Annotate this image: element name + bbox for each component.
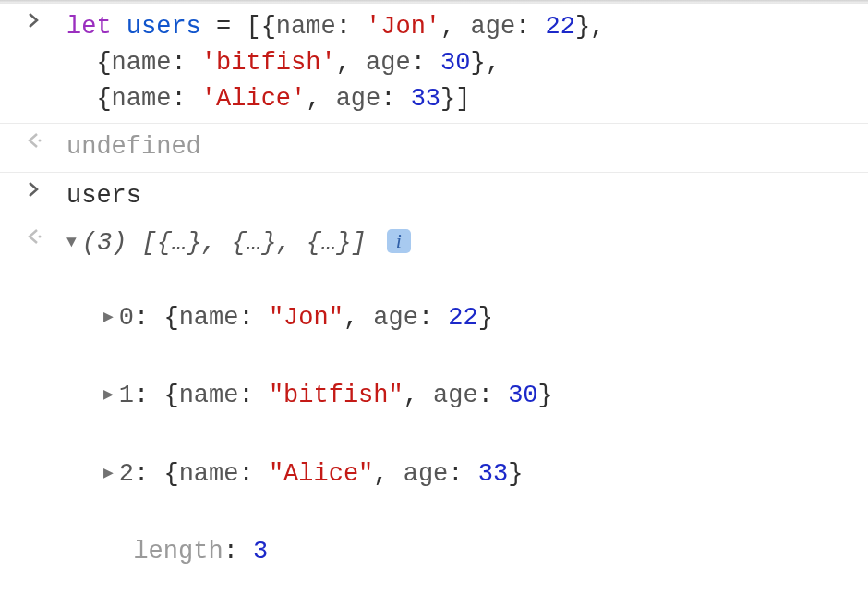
array-length: length: 3	[103, 531, 868, 573]
array-item[interactable]: 2: {name: "Alice", age: 33}	[103, 454, 868, 495]
console-input-row[interactable]: let users = [{name: 'Jon', age: 22}, {na…	[0, 4, 868, 124]
array-expanded: 0: {name: "Jon", age: 22} 1: {name: "bit…	[66, 261, 868, 595]
console-input-code: users	[66, 178, 868, 214]
array-item[interactable]: 0: {name: "Jon", age: 22}	[103, 298, 868, 339]
console-input-code: let users = [{name: 'Jon', age: 22}, {na…	[66, 9, 868, 117]
input-prompt-icon	[0, 9, 66, 30]
info-icon[interactable]: i	[387, 229, 411, 253]
svg-point-0	[39, 140, 42, 142]
disclosure-triangle-right-icon[interactable]	[103, 300, 114, 336]
array-item[interactable]: 1: {name: "bitfish", age: 30}	[103, 375, 868, 417]
disclosure-triangle-right-icon[interactable]	[103, 378, 114, 414]
keyword-let: let	[66, 13, 112, 41]
disclosure-triangle-down-icon[interactable]	[66, 225, 77, 261]
console-output-row: (3) [{…}, {…}, {…}] i 0: {name: "Jon", a…	[0, 220, 868, 595]
output-prompt-icon	[0, 129, 66, 150]
svg-point-1	[39, 235, 42, 237]
console-input-row[interactable]: users	[0, 173, 868, 220]
input-prompt-icon	[0, 178, 66, 199]
array-summary-count: (3)	[82, 229, 127, 257]
var-users: users	[127, 13, 201, 41]
output-undefined: undefined	[66, 129, 868, 165]
output-prompt-icon	[0, 225, 66, 246]
output-object: (3) [{…}, {…}, {…}] i 0: {name: "Jon", a…	[66, 225, 868, 595]
array-summary-body: [{…}, {…}, {…}]	[127, 229, 380, 257]
console-output-row: undefined	[0, 124, 868, 172]
disclosure-triangle-right-icon[interactable]	[103, 456, 114, 492]
